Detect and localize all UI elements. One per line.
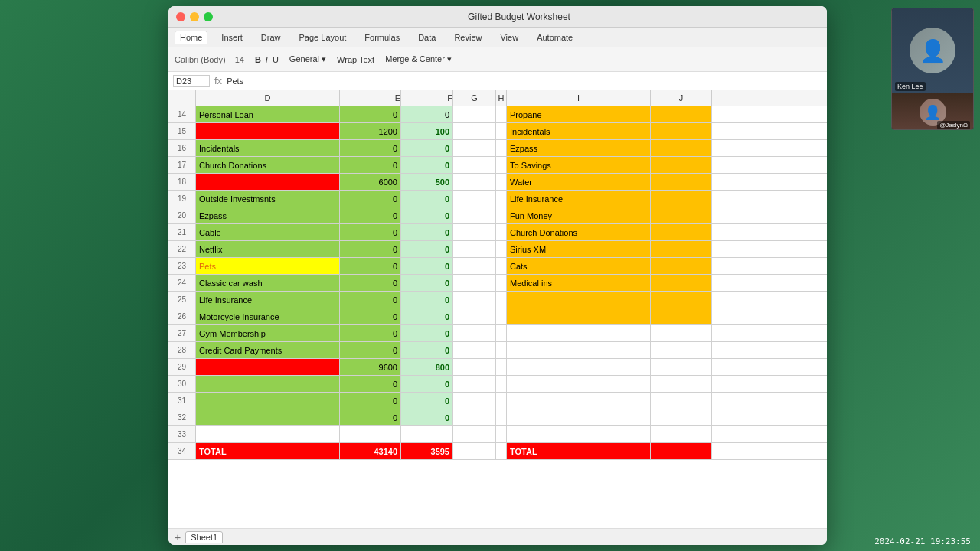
cell-i-24[interactable]: Medical ins bbox=[507, 275, 651, 291]
cell-d-32[interactable] bbox=[196, 409, 340, 425]
cell-e-16[interactable]: 0 bbox=[340, 140, 401, 156]
cell-i-31[interactable] bbox=[507, 393, 651, 409]
font-family[interactable]: Calibri (Body) bbox=[175, 55, 226, 64]
wrap-text[interactable]: Wrap Text bbox=[337, 55, 374, 64]
cell-j-28[interactable] bbox=[651, 342, 712, 358]
cell-j-19[interactable] bbox=[651, 191, 712, 207]
cell-j-32[interactable] bbox=[651, 409, 712, 425]
cell-d-34[interactable]: TOTAL bbox=[196, 443, 340, 459]
cell-f-20[interactable]: 0 bbox=[401, 207, 453, 223]
cell-i-23[interactable]: Cats bbox=[507, 258, 651, 274]
cell-f-26[interactable]: 0 bbox=[401, 308, 453, 324]
add-sheet-button[interactable]: + bbox=[175, 531, 181, 543]
cell-e-32[interactable]: 0 bbox=[340, 409, 401, 425]
cell-e-26[interactable]: 0 bbox=[340, 308, 401, 324]
tab-view[interactable]: View bbox=[495, 31, 523, 44]
maximize-button[interactable] bbox=[204, 12, 213, 21]
cell-i-28[interactable] bbox=[507, 342, 651, 358]
table-row[interactable]: 29 Car Payment 9600 800 bbox=[168, 359, 827, 376]
cell-f-16[interactable]: 0 bbox=[401, 140, 453, 156]
table-row[interactable]: 22 Netflix 0 0 Sirius XM bbox=[168, 241, 827, 258]
cell-j-27[interactable] bbox=[651, 325, 712, 341]
cell-j-20[interactable] bbox=[651, 207, 712, 223]
table-row[interactable]: 14 Personal Loan 0 0 Propane bbox=[168, 106, 827, 123]
cell-j-26[interactable] bbox=[651, 308, 712, 324]
cell-i-14[interactable]: Propane bbox=[507, 106, 651, 122]
cell-j-15[interactable] bbox=[651, 123, 712, 139]
cell-e-17[interactable]: 0 bbox=[340, 157, 401, 173]
cell-d-22[interactable]: Netflix bbox=[196, 241, 340, 257]
cell-f-27[interactable]: 0 bbox=[401, 325, 453, 341]
underline-button[interactable]: U bbox=[273, 55, 279, 64]
formula-content[interactable]: Pets bbox=[227, 77, 243, 86]
table-row[interactable]: 34 TOTAL 43140 3595 TOTAL bbox=[168, 443, 827, 460]
tab-insert[interactable]: Insert bbox=[217, 31, 247, 44]
table-row[interactable]: 33 bbox=[168, 426, 827, 443]
cell-f-17[interactable]: 0 bbox=[401, 157, 453, 173]
cell-f-22[interactable]: 0 bbox=[401, 241, 453, 257]
cell-f-15[interactable]: 100 bbox=[401, 123, 453, 139]
cell-i-15[interactable]: Incidentals bbox=[507, 123, 651, 139]
table-row[interactable]: 21 Cable 0 0 Church Donations bbox=[168, 224, 827, 241]
cell-e-22[interactable]: 0 bbox=[340, 241, 401, 257]
cell-d-27[interactable]: Gym Membership bbox=[196, 325, 340, 341]
format-number[interactable]: General ▾ bbox=[289, 54, 326, 64]
cell-j-17[interactable] bbox=[651, 157, 712, 173]
cell-j-18[interactable] bbox=[651, 174, 712, 190]
cell-f-29[interactable]: 800 bbox=[401, 359, 453, 375]
table-row[interactable]: 25 Life Insurance 0 0 bbox=[168, 292, 827, 308]
cell-i-21[interactable]: Church Donations bbox=[507, 224, 651, 240]
cell-d-26[interactable]: Motorcycle Insurance bbox=[196, 308, 340, 324]
cell-i-34[interactable]: TOTAL bbox=[507, 443, 651, 459]
table-row[interactable]: 27 Gym Membership 0 0 bbox=[168, 325, 827, 342]
col-header-h[interactable]: H bbox=[496, 90, 507, 106]
cell-d-18[interactable]: Mobile Phone bbox=[196, 174, 340, 190]
table-row[interactable]: 19 Outside Investmsnts 0 0 Life Insuranc… bbox=[168, 191, 827, 207]
merge-center[interactable]: Merge & Center ▾ bbox=[385, 54, 452, 64]
col-header-i[interactable]: I bbox=[507, 90, 651, 106]
cell-j-29[interactable] bbox=[651, 359, 712, 375]
table-row[interactable]: 17 Church Donations 0 0 To Savings bbox=[168, 157, 827, 174]
cell-j-24[interactable] bbox=[651, 275, 712, 291]
table-row[interactable]: 20 Ezpass 0 0 Fun Money bbox=[168, 207, 827, 224]
cell-reference[interactable] bbox=[173, 75, 210, 87]
cell-j-30[interactable] bbox=[651, 376, 712, 392]
cell-j-33[interactable] bbox=[651, 426, 712, 442]
tab-page-layout[interactable]: Page Layout bbox=[295, 31, 351, 44]
cell-d-23[interactable]: Pets bbox=[196, 258, 340, 274]
cell-e-34[interactable]: 43140 bbox=[340, 443, 401, 459]
cell-e-15[interactable]: 1200 bbox=[340, 123, 401, 139]
cell-d-14[interactable]: Personal Loan bbox=[196, 106, 340, 122]
cell-i-17[interactable]: To Savings bbox=[507, 157, 651, 173]
cell-f-34[interactable]: 3595 bbox=[401, 443, 453, 459]
bold-button[interactable]: B bbox=[255, 55, 261, 64]
cell-e-29[interactable]: 9600 bbox=[340, 359, 401, 375]
cell-d-20[interactable]: Ezpass bbox=[196, 207, 340, 223]
cell-d-25[interactable]: Life Insurance bbox=[196, 292, 340, 308]
cell-i-18[interactable]: Water bbox=[507, 174, 651, 190]
col-header-j[interactable]: J bbox=[651, 90, 712, 106]
cell-j-25[interactable] bbox=[651, 292, 712, 308]
cell-f-32[interactable]: 0 bbox=[401, 409, 453, 425]
cell-e-19[interactable]: 0 bbox=[340, 191, 401, 207]
col-header-d[interactable]: D bbox=[196, 90, 340, 106]
cell-i-30[interactable] bbox=[507, 376, 651, 392]
col-header-e[interactable]: E bbox=[340, 90, 401, 106]
table-row[interactable]: 18 Mobile Phone 6000 500 Water bbox=[168, 174, 827, 191]
cell-e-20[interactable]: 0 bbox=[340, 207, 401, 223]
cell-j-34[interactable] bbox=[651, 443, 712, 459]
cell-f-23[interactable]: 0 bbox=[401, 258, 453, 274]
cell-e-31[interactable]: 0 bbox=[340, 393, 401, 409]
cell-e-25[interactable]: 0 bbox=[340, 292, 401, 308]
cell-i-22[interactable]: Sirius XM bbox=[507, 241, 651, 257]
italic-button[interactable]: I bbox=[266, 55, 268, 64]
cell-d-21[interactable]: Cable bbox=[196, 224, 340, 240]
col-header-g[interactable]: G bbox=[453, 90, 496, 106]
cell-i-26[interactable] bbox=[507, 308, 651, 324]
cell-d-24[interactable]: Classic car wash bbox=[196, 275, 340, 291]
cell-f-33[interactable] bbox=[401, 426, 453, 442]
cell-e-33[interactable] bbox=[340, 426, 401, 442]
table-row[interactable]: 23 Pets 0 0 Cats bbox=[168, 258, 827, 275]
cell-d-29[interactable]: Car Payment bbox=[196, 359, 340, 375]
tab-draw[interactable]: Draw bbox=[256, 31, 286, 44]
